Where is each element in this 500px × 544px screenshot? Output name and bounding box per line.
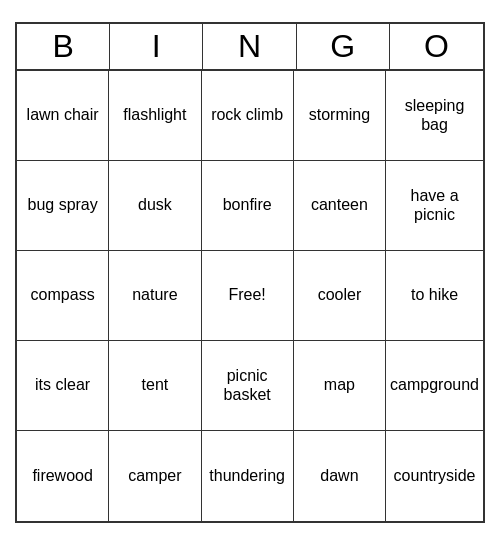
bingo-cell-24[interactable]: countryside	[386, 431, 483, 521]
bingo-cell-15[interactable]: its clear	[17, 341, 109, 431]
bingo-cell-10[interactable]: compass	[17, 251, 109, 341]
cell-text-13: cooler	[318, 285, 362, 304]
cell-text-21: camper	[128, 466, 181, 485]
bingo-cell-6[interactable]: dusk	[109, 161, 201, 251]
cell-text-12: Free!	[228, 285, 265, 304]
cell-text-22: thundering	[209, 466, 285, 485]
bingo-cell-5[interactable]: bug spray	[17, 161, 109, 251]
cell-text-6: dusk	[138, 195, 172, 214]
cell-text-4: sleeping bag	[390, 96, 479, 134]
bingo-cell-1[interactable]: flashlight	[109, 71, 201, 161]
bingo-cell-8[interactable]: canteen	[294, 161, 386, 251]
cell-text-15: its clear	[35, 375, 90, 394]
header-letter-n: N	[203, 24, 296, 69]
cell-text-2: rock climb	[211, 105, 283, 124]
bingo-cell-11[interactable]: nature	[109, 251, 201, 341]
bingo-cell-16[interactable]: tent	[109, 341, 201, 431]
header-letter-o: O	[390, 24, 483, 69]
cell-text-19: campground	[390, 375, 479, 394]
cell-text-3: storming	[309, 105, 370, 124]
bingo-cell-14[interactable]: to hike	[386, 251, 483, 341]
header-letter-g: G	[297, 24, 390, 69]
cell-text-7: bonfire	[223, 195, 272, 214]
cell-text-5: bug spray	[27, 195, 97, 214]
bingo-cell-9[interactable]: have a picnic	[386, 161, 483, 251]
bingo-grid: lawn chairflashlightrock climbstormingsl…	[17, 71, 483, 521]
bingo-cell-7[interactable]: bonfire	[202, 161, 294, 251]
bingo-cell-22[interactable]: thundering	[202, 431, 294, 521]
cell-text-20: firewood	[32, 466, 92, 485]
cell-text-10: compass	[31, 285, 95, 304]
header-letter-b: B	[17, 24, 110, 69]
bingo-header: BINGO	[17, 24, 483, 71]
bingo-cell-2[interactable]: rock climb	[202, 71, 294, 161]
bingo-cell-12[interactable]: Free!	[202, 251, 294, 341]
bingo-cell-17[interactable]: picnic basket	[202, 341, 294, 431]
bingo-card: BINGO lawn chairflashlightrock climbstor…	[15, 22, 485, 523]
bingo-cell-23[interactable]: dawn	[294, 431, 386, 521]
cell-text-0: lawn chair	[27, 105, 99, 124]
bingo-cell-0[interactable]: lawn chair	[17, 71, 109, 161]
bingo-cell-21[interactable]: camper	[109, 431, 201, 521]
cell-text-11: nature	[132, 285, 177, 304]
header-letter-i: I	[110, 24, 203, 69]
bingo-cell-18[interactable]: map	[294, 341, 386, 431]
bingo-cell-13[interactable]: cooler	[294, 251, 386, 341]
bingo-cell-4[interactable]: sleeping bag	[386, 71, 483, 161]
cell-text-8: canteen	[311, 195, 368, 214]
cell-text-23: dawn	[320, 466, 358, 485]
bingo-cell-3[interactable]: storming	[294, 71, 386, 161]
cell-text-9: have a picnic	[390, 186, 479, 224]
cell-text-16: tent	[142, 375, 169, 394]
cell-text-14: to hike	[411, 285, 458, 304]
cell-text-17: picnic basket	[206, 366, 289, 404]
bingo-cell-19[interactable]: campground	[386, 341, 483, 431]
cell-text-18: map	[324, 375, 355, 394]
bingo-cell-20[interactable]: firewood	[17, 431, 109, 521]
cell-text-1: flashlight	[123, 105, 186, 124]
cell-text-24: countryside	[394, 466, 476, 485]
